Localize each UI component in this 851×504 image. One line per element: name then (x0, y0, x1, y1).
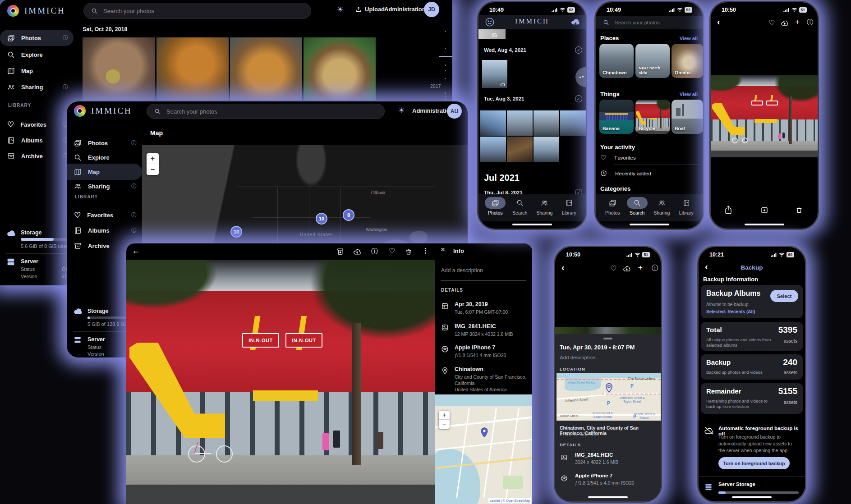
photo-thumbnail[interactable] (507, 137, 533, 162)
sidebar-item-favorites[interactable]: ♡ Favorites ⓘ (67, 207, 142, 223)
select-albums-button[interactable]: Select (770, 290, 798, 302)
photo-in-n-out-storefront[interactable]: IN-N-OUT IN-N-OUT (126, 260, 435, 504)
nav-item-search[interactable]: Search (625, 197, 649, 215)
info-button[interactable]: ⓘ (652, 264, 658, 272)
search-input[interactable] (103, 8, 304, 14)
sheet-drag-handle[interactable] (603, 338, 612, 339)
trash-button[interactable] (796, 206, 803, 214)
user-avatar[interactable]: AU (447, 104, 462, 119)
sidebar-item-albums[interactable]: Albums ⓘ (0, 132, 74, 148)
cloud-upload-button[interactable] (623, 265, 631, 272)
photo-thumbnail[interactable] (480, 110, 506, 136)
info-button[interactable]: ⓘ (371, 247, 378, 256)
backup-cloud-icon[interactable] (570, 17, 580, 26)
share-button[interactable] (724, 205, 732, 214)
info-icon[interactable]: ⓘ (131, 227, 137, 234)
archive-button[interactable] (336, 248, 344, 256)
add-button[interactable]: + (638, 263, 643, 272)
back-button[interactable]: ‹ (705, 261, 708, 272)
photo-thumbnail[interactable] (507, 110, 533, 136)
sidebar-item-explore[interactable]: Explore (0, 46, 74, 63)
map-cluster-marker[interactable]: 10 (316, 213, 327, 225)
nav-item-photos[interactable]: Photos (483, 197, 507, 215)
add-button[interactable]: + (795, 18, 800, 27)
info-icon[interactable]: ⓘ (63, 83, 68, 91)
timeline-scrubber-handle[interactable]: ▲▼ (575, 67, 587, 87)
photo-thumbnail[interactable] (83, 37, 155, 101)
sidebar-item-map[interactable]: Map (0, 63, 74, 79)
search-input[interactable] (615, 20, 691, 25)
search-bar[interactable] (596, 16, 703, 29)
sidebar-item-albums[interactable]: Albums ⓘ (67, 222, 142, 238)
zoom-in-button[interactable]: + (439, 411, 450, 420)
photo-thumbnail[interactable] (534, 137, 559, 162)
sidebar-item-archive[interactable]: Archive ⓘ (0, 148, 74, 164)
place-card[interactable]: Near north side (635, 44, 670, 78)
nav-item-photos[interactable]: Photos (600, 197, 625, 215)
search-bar[interactable] (83, 3, 311, 19)
photo-strip[interactable] (555, 327, 661, 334)
thing-card[interactable]: Boat (672, 100, 703, 134)
zoom-out-button[interactable]: − (147, 164, 159, 175)
photo-in-n-out-storefront[interactable] (711, 75, 818, 157)
select-group-checkbox[interactable]: ✓ (575, 46, 582, 54)
cloud-upload-button[interactable] (781, 19, 789, 27)
user-avatar[interactable]: JD (424, 2, 439, 17)
add-description-field[interactable]: Add a description (441, 267, 483, 274)
search-input[interactable] (166, 108, 377, 115)
nav-item-sharing[interactable]: Sharing (532, 197, 557, 215)
things-view-all-link[interactable]: View all (680, 92, 698, 97)
sidebar-item-map[interactable]: Map (67, 164, 142, 180)
map-cluster-marker[interactable]: 10 (230, 226, 242, 238)
cloud-upload-button[interactable] (353, 248, 361, 256)
info-icon[interactable]: ⓘ (131, 139, 137, 147)
thing-card[interactable]: Banana (599, 100, 634, 134)
photo-thumbnail[interactable] (560, 110, 586, 136)
trash-button[interactable] (405, 248, 412, 256)
more-options-button[interactable]: ⋮ (422, 247, 429, 255)
zoom-in-button[interactable]: + (147, 153, 159, 164)
location-map[interactable]: The Embarcadero Hyde Street Harbor Jeffe… (557, 373, 661, 421)
archive-add-button[interactable] (760, 206, 768, 214)
zoom-out-button[interactable]: − (439, 420, 450, 429)
add-description-field[interactable]: Add description... (560, 355, 600, 360)
theme-toggle-sun-icon[interactable]: ☀ (398, 106, 405, 115)
back-button[interactable]: ‹ (561, 262, 565, 273)
sidebar-item-sharing[interactable]: Sharing ⓘ (67, 178, 142, 194)
favorite-button[interactable]: ♡ (610, 264, 616, 273)
place-card[interactable]: Omaha (672, 44, 703, 78)
thing-card[interactable]: Bicycle (635, 100, 670, 134)
photo-thumbnail[interactable] (478, 29, 506, 39)
nav-item-search[interactable]: Search (508, 197, 532, 215)
map-zoom-control[interactable]: + − (439, 411, 450, 429)
info-button[interactable]: ⓘ (807, 18, 813, 27)
map-zoom-control[interactable]: + − (147, 153, 159, 175)
info-icon[interactable]: ⓘ (63, 34, 68, 42)
photo-thumbnail[interactable] (482, 60, 507, 88)
nav-item-library[interactable]: Library (557, 197, 581, 215)
turn-on-foreground-backup-button[interactable]: Turn on foreground backup (718, 457, 790, 469)
sidebar-item-photos[interactable]: Photos ⓘ (67, 135, 142, 151)
info-icon[interactable]: ⓘ (131, 211, 137, 219)
nav-item-sharing[interactable]: Sharing (649, 197, 674, 215)
user-avatar-icon[interactable] (485, 17, 495, 27)
map-cluster-marker[interactable]: 8 (343, 209, 354, 221)
administration-button[interactable]: Administration (384, 6, 426, 13)
photo-thumbnail[interactable] (230, 37, 302, 101)
back-button[interactable]: ← (132, 246, 140, 256)
photo-thumbnail[interactable] (156, 37, 229, 101)
activity-favorites-row[interactable]: ♡ Favorites (600, 154, 636, 162)
place-card[interactable]: Chinatown (599, 44, 634, 78)
close-info-button[interactable]: × (441, 245, 445, 254)
nav-item-library[interactable]: Library (674, 197, 699, 215)
photo-thumbnail[interactable] (304, 37, 376, 101)
map-attribution[interactable]: Leaflet | © OpenStreetMap (488, 498, 531, 503)
photo-thumbnail[interactable] (480, 137, 506, 162)
theme-toggle-sun-icon[interactable]: ☀ (337, 5, 344, 14)
sidebar-item-favorites[interactable]: ♡ Favorites ⓘ (0, 116, 74, 133)
activity-recent-row[interactable]: Recently added (600, 170, 651, 177)
sidebar-item-sharing[interactable]: Sharing ⓘ (0, 79, 74, 95)
favorite-button[interactable]: ♡ (768, 18, 775, 27)
places-view-all-link[interactable]: View all (680, 36, 698, 41)
sidebar-item-photos[interactable]: Photos ⓘ (0, 30, 74, 46)
